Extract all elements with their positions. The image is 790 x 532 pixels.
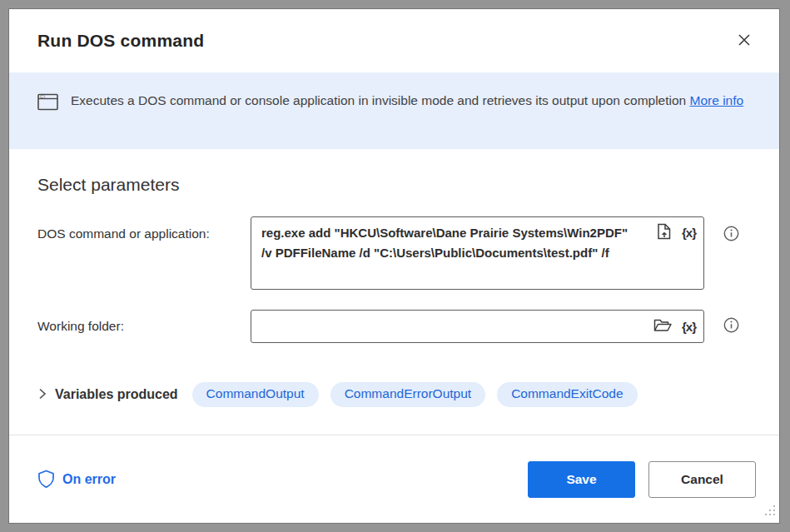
chevron-right-icon (37, 388, 47, 402)
parameters-section: Select parameters DOS command or applica… (9, 149, 779, 409)
select-folder-button[interactable] (653, 318, 672, 335)
dialog-footer: On error Save Cancel (9, 435, 779, 523)
produced-variables-list: CommandOutput CommandErrorOutput Command… (192, 382, 638, 407)
description-text: Executes a DOS command or console applic… (71, 90, 743, 149)
section-title: Select parameters (37, 175, 751, 195)
variable-picker-icon: {x} (682, 226, 696, 240)
dos-command-input[interactable]: reg.exe add "HKCU\Software\Dane Prairie … (251, 217, 703, 289)
working-folder-row: Working folder: {x} (37, 310, 751, 343)
variable-pill[interactable]: CommandErrorOutput (330, 382, 485, 407)
dos-command-row: DOS command or application: reg.exe add … (37, 216, 751, 290)
variable-pill[interactable]: CommandExitCode (497, 382, 637, 407)
working-folder-input[interactable] (251, 311, 703, 342)
variables-produced-row: Variables produced CommandOutput Command… (37, 382, 751, 407)
console-icon: C:\ (37, 93, 58, 149)
svg-text:C:\: C:\ (40, 95, 46, 99)
close-icon (738, 33, 751, 49)
variable-picker-button[interactable]: {x} (682, 320, 696, 334)
dialog-title: Run DOS command (37, 31, 204, 51)
run-dos-command-dialog: Run DOS command C:\ Executes a DOS comma… (8, 8, 780, 524)
resize-grip[interactable] (764, 505, 777, 520)
working-folder-field-icons: {x} (653, 318, 696, 335)
variable-picker-icon: {x} (682, 320, 696, 334)
cancel-button[interactable]: Cancel (648, 461, 756, 498)
variables-expand-button[interactable] (37, 388, 47, 402)
info-icon (723, 323, 739, 336)
dos-command-label: DOS command or application: (37, 216, 251, 241)
on-error-label: On error (62, 472, 116, 487)
variable-pill[interactable]: CommandOutput (192, 382, 319, 407)
dos-command-field: reg.exe add "HKCU\Software\Dane Prairie … (251, 216, 704, 290)
variable-picker-button[interactable]: {x} (682, 226, 696, 240)
dialog-header: Run DOS command (9, 9, 779, 72)
working-folder-field: {x} (251, 310, 704, 343)
select-folder-icon (653, 318, 672, 335)
variables-produced-label: Variables produced (55, 387, 178, 402)
working-folder-info-button[interactable] (723, 317, 739, 336)
select-file-icon (657, 223, 672, 242)
dos-command-info-button[interactable] (723, 226, 739, 244)
on-error-button[interactable]: On error (37, 470, 116, 489)
info-icon (723, 231, 739, 244)
description-banner: C:\ Executes a DOS command or console ap… (9, 72, 779, 149)
dos-command-field-icons: {x} (657, 223, 696, 242)
select-file-button[interactable] (657, 223, 672, 242)
working-folder-label: Working folder: (37, 319, 251, 334)
save-button[interactable]: Save (528, 461, 635, 498)
more-info-link[interactable]: More info (690, 93, 744, 107)
close-button[interactable] (733, 29, 756, 52)
shield-icon (37, 470, 55, 489)
